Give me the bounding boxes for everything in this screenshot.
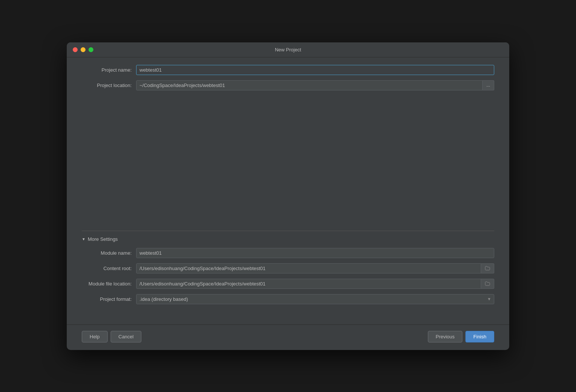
footer-left-buttons: Help Cancel [82, 331, 141, 342]
traffic-lights [73, 47, 93, 52]
dialog-title: New Project [275, 47, 301, 53]
collapse-arrow-icon: ▼ [82, 237, 86, 241]
content-root-row: Content root: [82, 263, 494, 273]
module-name-row: Module name: [82, 248, 494, 258]
project-format-select[interactable]: .idea (directory based) .ipr (file based… [136, 294, 494, 304]
project-format-row: Project format: .idea (directory based) … [82, 294, 494, 304]
previous-button[interactable]: Previous [428, 331, 463, 342]
module-file-location-row: Module file location: [82, 279, 494, 289]
help-button[interactable]: Help [82, 331, 108, 342]
content-spacer [82, 96, 494, 231]
close-button[interactable] [73, 47, 78, 52]
project-location-input[interactable] [136, 80, 483, 90]
content-root-label: Content root: [82, 266, 136, 271]
title-bar: New Project [67, 42, 509, 57]
project-location-browse-button[interactable]: ... [483, 80, 494, 90]
project-name-row: Project name: [82, 65, 494, 75]
new-project-dialog: New Project Project name: Project locati… [67, 42, 509, 350]
module-file-location-label: Module file location: [82, 281, 136, 287]
finish-button[interactable]: Finish [465, 331, 494, 342]
dialog-footer: Help Cancel Previous Finish [67, 324, 509, 350]
module-file-location-field-group [136, 279, 494, 289]
project-name-input[interactable] [136, 65, 494, 75]
minimize-button[interactable] [81, 47, 86, 52]
module-file-location-browse-button[interactable] [481, 279, 494, 289]
project-format-label: Project format: [82, 296, 136, 302]
more-settings-section: ▼ More Settings Module name: Content roo… [82, 231, 494, 309]
project-location-label: Project location: [82, 83, 136, 88]
module-name-input[interactable] [136, 248, 494, 258]
module-file-location-input[interactable] [136, 279, 481, 289]
more-settings-label: More Settings [88, 236, 118, 242]
content-root-field-group [136, 263, 494, 273]
module-name-label: Module name: [82, 250, 136, 256]
project-location-row: Project location: ... [82, 80, 494, 90]
more-settings-header[interactable]: ▼ More Settings [82, 236, 494, 242]
project-location-field-group: ... [136, 80, 494, 90]
content-root-input[interactable] [136, 263, 481, 273]
more-settings-fields: Module name: Content root: [82, 248, 494, 309]
dialog-content: Project name: Project location: ... ▼ Mo… [67, 57, 509, 324]
maximize-button[interactable] [88, 47, 93, 52]
project-name-label: Project name: [82, 67, 136, 73]
cancel-button[interactable]: Cancel [111, 331, 141, 342]
project-format-select-wrapper: .idea (directory based) .ipr (file based… [136, 294, 494, 304]
content-root-browse-button[interactable] [481, 263, 494, 273]
footer-right-buttons: Previous Finish [428, 331, 494, 342]
